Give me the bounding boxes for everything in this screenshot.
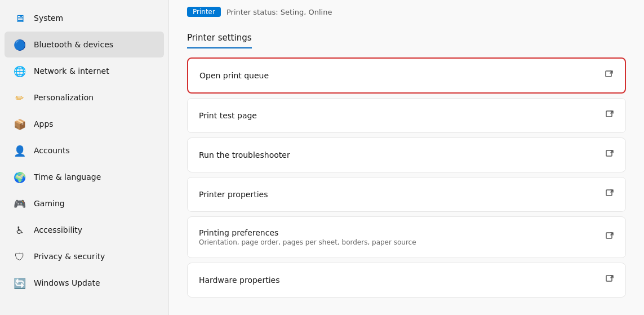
- printing-preferences-subtitle: Orientation, page order, pages per sheet…: [199, 238, 416, 246]
- time-icon: 🌍: [14, 171, 26, 183]
- svg-rect-5: [606, 276, 612, 281]
- settings-card-print-test-page[interactable]: Print test page: [187, 98, 626, 133]
- print-test-page-title: Print test page: [199, 111, 257, 120]
- svg-rect-4: [606, 233, 612, 238]
- accounts-icon: 👤: [14, 144, 26, 157]
- printer-badge: Printer: [187, 7, 221, 17]
- sidebar-item-privacy[interactable]: 🛡Privacy & security: [5, 243, 164, 269]
- bluetooth-icon: 🔵: [14, 38, 26, 51]
- svg-rect-0: [606, 71, 611, 77]
- settings-card-open-print-queue[interactable]: Open print queue: [187, 57, 626, 94]
- sidebar-item-network[interactable]: 🌐Network & internet: [5, 58, 164, 84]
- hardware-properties-external-link-icon: [605, 274, 614, 286]
- run-troubleshooter-title: Run the troubleshooter: [199, 150, 290, 159]
- sidebar-item-apps[interactable]: 📦Apps: [5, 111, 164, 137]
- sidebar-label-time: Time & language: [34, 172, 101, 181]
- sidebar-label-personalization: Personalization: [34, 93, 94, 102]
- network-icon: 🌐: [14, 65, 26, 77]
- printer-status-bar: Printer Printer status: Seting, Online: [187, 0, 626, 21]
- run-troubleshooter-text-block: Run the troubleshooter: [199, 150, 290, 159]
- printer-properties-title: Printer properties: [199, 190, 268, 199]
- sidebar-item-system[interactable]: 🖥System: [5, 5, 164, 31]
- sidebar-item-time[interactable]: 🌍Time & language: [5, 164, 164, 190]
- sidebar-label-gaming: Gaming: [34, 199, 65, 208]
- settings-card-run-troubleshooter[interactable]: Run the troubleshooter: [187, 137, 626, 172]
- system-icon: 🖥: [14, 12, 26, 24]
- svg-rect-1: [606, 111, 612, 117]
- settings-card-hardware-properties[interactable]: Hardware properties: [187, 263, 626, 298]
- printer-status-text: Printer status: Seting, Online: [226, 8, 332, 16]
- sidebar-label-accounts: Accounts: [34, 146, 70, 155]
- sidebar: 🖥System🔵Bluetooth & devices🌐Network & in…: [0, 0, 169, 315]
- section-title: Printer settings: [187, 21, 626, 57]
- printing-preferences-text-block: Printing preferencesOrientation, page or…: [199, 228, 416, 246]
- open-print-queue-title: Open print queue: [199, 71, 269, 80]
- privacy-icon: 🛡: [14, 250, 26, 263]
- sidebar-item-personalization[interactable]: ✏️Personalization: [5, 85, 164, 110]
- sidebar-item-accounts[interactable]: 👤Accounts: [5, 137, 164, 163]
- printer-properties-external-link-icon: [605, 189, 614, 200]
- gaming-icon: 🎮: [14, 197, 26, 210]
- update-icon: 🔄: [14, 277, 26, 289]
- hardware-properties-text-block: Hardware properties: [199, 276, 280, 285]
- sidebar-item-accessibility[interactable]: ♿Accessibility: [5, 217, 164, 243]
- open-print-queue-external-link-icon: [605, 70, 614, 81]
- print-test-page-text-block: Print test page: [199, 111, 257, 120]
- personalization-icon: ✏️: [14, 91, 26, 104]
- accessibility-icon: ♿: [14, 224, 26, 236]
- sidebar-item-update[interactable]: 🔄Windows Update: [5, 270, 164, 296]
- print-test-page-external-link-icon: [605, 110, 614, 121]
- sidebar-label-privacy: Privacy & security: [34, 252, 105, 261]
- svg-rect-3: [606, 190, 612, 196]
- sidebar-item-bluetooth[interactable]: 🔵Bluetooth & devices: [5, 32, 164, 57]
- open-print-queue-text-block: Open print queue: [199, 71, 269, 80]
- printer-properties-text-block: Printer properties: [199, 190, 268, 199]
- sidebar-label-bluetooth: Bluetooth & devices: [34, 40, 113, 49]
- svg-rect-2: [606, 150, 612, 156]
- run-troubleshooter-external-link-icon: [605, 149, 614, 161]
- sidebar-item-gaming[interactable]: 🎮Gaming: [5, 190, 164, 216]
- hardware-properties-title: Hardware properties: [199, 276, 280, 285]
- sidebar-label-network: Network & internet: [34, 66, 109, 76]
- settings-card-printing-preferences[interactable]: Printing preferencesOrientation, page or…: [187, 216, 626, 258]
- sidebar-label-system: System: [34, 14, 63, 23]
- settings-card-printer-properties[interactable]: Printer properties: [187, 177, 626, 212]
- apps-icon: 📦: [14, 118, 26, 130]
- main-content: Printer Printer status: Seting, Online P…: [169, 0, 644, 315]
- printing-preferences-title: Printing preferences: [199, 228, 416, 237]
- settings-cards-list: Open print queue Print test page Run the…: [187, 57, 626, 298]
- sidebar-label-update: Windows Update: [34, 278, 100, 287]
- printing-preferences-external-link-icon: [605, 232, 614, 243]
- sidebar-label-accessibility: Accessibility: [34, 225, 82, 234]
- sidebar-label-apps: Apps: [34, 119, 54, 128]
